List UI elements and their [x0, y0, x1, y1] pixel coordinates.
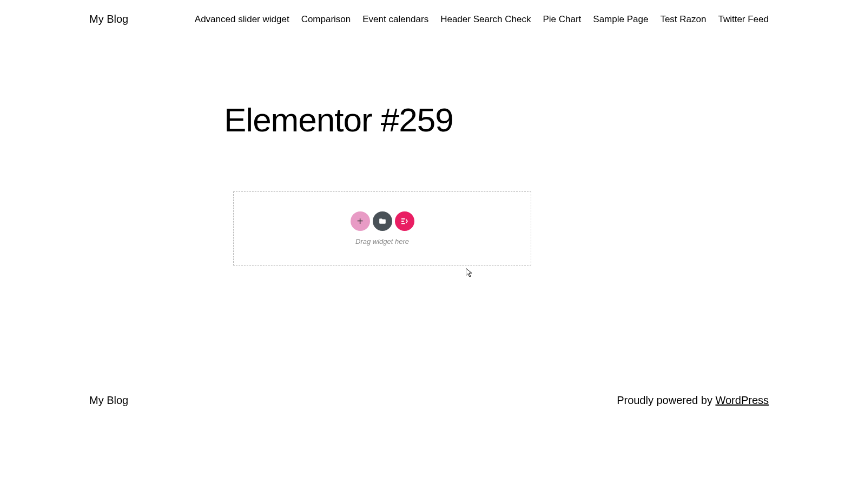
widget-drop-zone[interactable]: + Drag widget here: [233, 191, 531, 266]
nav-item-pie-chart[interactable]: Pie Chart: [543, 14, 581, 25]
nav-item-twitter-feed[interactable]: Twitter Feed: [718, 14, 769, 25]
nav-item-comparison[interactable]: Comparison: [301, 14, 351, 25]
page-title: Elementor #259: [224, 101, 858, 139]
drop-zone-buttons: +: [351, 211, 414, 231]
template-library-button[interactable]: [373, 211, 392, 231]
wordpress-link[interactable]: WordPress: [715, 394, 769, 406]
main-content: Elementor #259: [0, 38, 858, 139]
svg-rect-0: [401, 218, 405, 220]
nav-item-sample-page[interactable]: Sample Page: [593, 14, 648, 25]
nav-item-test-razon[interactable]: Test Razon: [660, 14, 706, 25]
add-section-button[interactable]: +: [351, 211, 370, 231]
folder-icon: [379, 217, 386, 225]
footer-site-title[interactable]: My Blog: [89, 394, 128, 407]
site-footer: My Blog Proudly powered by WordPress: [89, 394, 769, 407]
elementskit-icon: [400, 217, 409, 226]
primary-nav: Advanced slider widget Comparison Event …: [195, 14, 769, 25]
svg-rect-1: [401, 221, 404, 222]
nav-item-header-search-check[interactable]: Header Search Check: [440, 14, 531, 25]
drag-hint-text: Drag widget here: [355, 237, 409, 246]
cursor-icon: [466, 268, 474, 277]
elementskit-button[interactable]: [395, 211, 414, 231]
site-title[interactable]: My Blog: [89, 13, 128, 25]
nav-item-advanced-slider[interactable]: Advanced slider widget: [195, 14, 289, 25]
footer-credit: Proudly powered by WordPress: [617, 394, 769, 407]
site-header: My Blog Advanced slider widget Compariso…: [0, 0, 858, 38]
footer-credit-prefix: Proudly powered by: [617, 394, 715, 406]
svg-marker-3: [406, 218, 408, 224]
nav-item-event-calendars[interactable]: Event calendars: [362, 14, 428, 25]
svg-rect-2: [401, 223, 405, 224]
